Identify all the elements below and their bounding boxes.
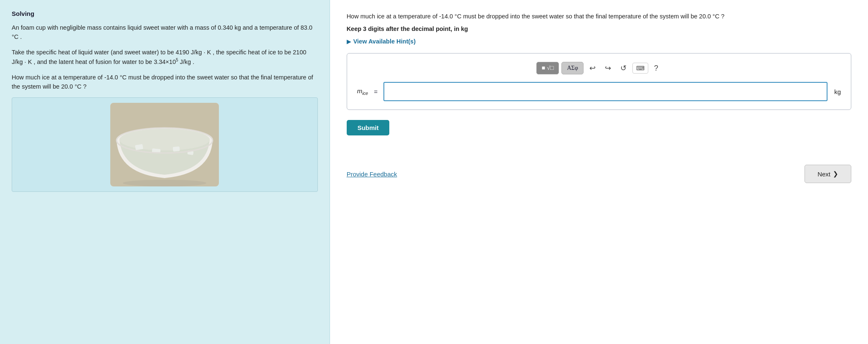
footer-row: Provide Feedback Next ❯ xyxy=(347,165,851,183)
left-heading: Solving xyxy=(12,10,318,17)
equals-sign: = xyxy=(374,88,378,95)
hint-arrow-icon: ▶ xyxy=(347,38,351,45)
hint-label[interactable]: View Available Hint(s) xyxy=(353,38,416,45)
submit-row: Submit xyxy=(347,118,851,148)
svg-point-3 xyxy=(119,129,210,150)
math-template-icon: ■ xyxy=(542,65,545,71)
svg-point-9 xyxy=(123,180,206,186)
image-container xyxy=(12,97,318,192)
feedback-link[interactable]: Provide Feedback xyxy=(347,171,397,178)
undo-button[interactable]: ↩ xyxy=(586,62,599,74)
redo-button[interactable]: ↪ xyxy=(602,62,614,74)
right-panel: How much ice at a temperature of -14.0 °… xyxy=(330,0,868,344)
refresh-button[interactable]: ↺ xyxy=(617,62,630,74)
help-icon: ? xyxy=(654,64,658,72)
greek-symbols-button[interactable]: ΑΣφ xyxy=(561,62,583,74)
left-para2: Take the specific heat of liquid water (… xyxy=(12,48,318,67)
left-para1: An foam cup with negligible mass contain… xyxy=(12,23,318,42)
help-button[interactable]: ? xyxy=(651,62,662,74)
left-panel: Solving An foam cup with negligible mass… xyxy=(0,0,330,344)
keyboard-button[interactable]: ⌨ xyxy=(632,63,648,74)
next-chevron-icon: ❯ xyxy=(833,170,838,178)
next-label: Next xyxy=(817,171,830,178)
answer-box: ■ √□ ΑΣφ ↩ ↪ ↺ ⌨ ? mice = xyxy=(347,53,851,110)
redo-icon: ↪ xyxy=(605,64,611,72)
submit-button[interactable]: Submit xyxy=(347,120,390,135)
bold-instruction: Keep 3 digits after the decimal point, i… xyxy=(347,25,851,32)
answer-input[interactable] xyxy=(383,82,827,101)
svg-rect-6 xyxy=(173,146,180,151)
sqrt-icon: √□ xyxy=(547,65,553,71)
toolbar: ■ √□ ΑΣφ ↩ ↪ ↺ ⌨ ? xyxy=(357,62,841,74)
input-row: mice = kg xyxy=(357,82,841,101)
undo-icon: ↩ xyxy=(589,64,596,72)
refresh-icon: ↺ xyxy=(620,64,627,72)
greek-symbols-label: ΑΣφ xyxy=(567,65,578,71)
question-text: How much ice at a temperature of -14.0 °… xyxy=(347,12,851,21)
left-para3: How much ice at a temperature of -14.0 °… xyxy=(12,73,318,92)
hint-row[interactable]: ▶ View Available Hint(s) xyxy=(347,38,851,45)
unit-label: kg xyxy=(834,88,841,95)
keyboard-icon: ⌨ xyxy=(636,65,645,71)
bowl-svg xyxy=(110,103,219,186)
bowl-image xyxy=(110,103,219,186)
next-button[interactable]: Next ❯ xyxy=(805,165,851,183)
math-template-button[interactable]: ■ √□ xyxy=(536,62,559,74)
m-ice-label: mice xyxy=(357,87,368,96)
